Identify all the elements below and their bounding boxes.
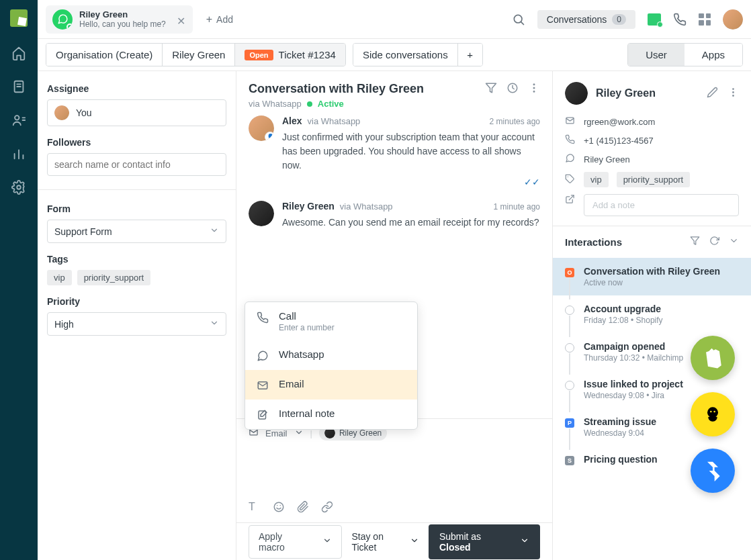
user-phone[interactable]: +1 (415)123-4567 [584,136,654,146]
footer-actions: Apply macro Stay on Ticket Submit as Clo… [236,522,552,560]
email-icon [565,115,576,128]
user-name: Riley Green [596,87,656,99]
channel-internal-note[interactable]: Internal note [245,400,417,429]
whatsapp-avatar-icon [52,9,73,30]
tab-contact-name: Riley Green [79,9,166,20]
text-format-icon[interactable]: T [249,501,261,513]
user-tag-priority[interactable]: priority_support [617,172,691,187]
chevron-down-icon [410,536,419,547]
svg-point-24 [733,91,734,92]
chevron-down-icon [210,226,219,237]
message-avatar: 👤 [249,115,274,141]
svg-point-25 [733,95,734,95]
toggle-user[interactable]: User [628,44,684,66]
svg-point-16 [533,91,535,93]
assignee-field[interactable]: You [47,99,226,126]
user-email[interactable]: rgreen@work.com [584,117,655,127]
tag-priority-support[interactable]: priority_support [77,270,151,285]
filter-icon[interactable] [485,82,497,94]
nav-docs-icon[interactable] [11,79,26,94]
add-tab-button[interactable]: + Add [198,8,241,31]
pending-marker-icon: P [565,418,574,428]
emoji-icon[interactable] [273,501,285,513]
conversation-title: Conversation with Riley Green [249,82,424,96]
email-icon [256,379,269,391]
priority-select[interactable]: High [47,312,226,336]
link-icon[interactable] [321,501,333,513]
edit-icon[interactable] [707,87,718,101]
history-icon[interactable] [506,82,519,94]
tag-vip[interactable]: vip [47,270,72,285]
add-side-conversation[interactable]: + [458,44,482,66]
nav-home-icon[interactable] [11,46,26,60]
stay-on-ticket-select[interactable]: Stay on Ticket [351,531,418,553]
interaction-item[interactable]: O Conversation with Riley GreenActive no… [553,258,751,295]
svg-point-14 [533,84,535,85]
event-marker-icon [565,381,574,390]
phone-icon[interactable] [673,13,687,26]
user-tag-vip[interactable]: vip [584,172,609,187]
form-select[interactable]: Support Form [47,220,226,243]
followers-input[interactable] [54,159,219,170]
toggle-apps[interactable]: Apps [684,44,742,66]
add-note-field[interactable]: Add a note [584,194,739,216]
conversations-pill[interactable]: Conversations 0 [537,10,635,29]
more-icon[interactable] [528,82,540,94]
svg-marker-29 [691,237,699,244]
interactions-label: Interactions [565,236,622,248]
search-icon[interactable] [512,13,525,26]
interaction-item[interactable]: Account upgradeFriday 12:08 • Shopify [553,295,751,333]
nav-settings-icon[interactable] [11,180,26,195]
note-icon [256,409,269,421]
user-whatsapp[interactable]: Riley Green [584,154,630,165]
chevron-down-icon[interactable] [729,236,739,248]
channel-whatsapp[interactable]: Whatsapp [245,340,417,370]
mailchimp-fab[interactable] [691,392,735,436]
composer: Email | Riley Green T [236,418,552,522]
nav-users-icon[interactable] [11,113,26,128]
tab-organisation[interactable]: Organisation (Create) [46,44,163,66]
assignee-avatar [54,105,69,120]
conversations-count: 0 [612,14,626,25]
apps-grid-icon[interactable] [699,13,711,26]
followers-field[interactable] [47,153,226,176]
channel-call[interactable]: CallEnter a number [245,302,417,340]
tab-person[interactable]: Riley Green [163,44,235,66]
chevron-down-icon [210,318,219,330]
svg-point-20 [274,502,283,512]
close-tab-icon[interactable]: ✕ [177,15,186,24]
filter-icon[interactable] [690,236,700,248]
tab-side-conversations[interactable]: Side conversations [353,44,458,66]
priority-label: Priority [47,296,226,307]
tags-label: Tags [47,254,226,265]
svg-point-15 [533,87,535,89]
open-badge: Open [245,50,273,60]
attachment-icon[interactable] [297,501,309,513]
message-item: 👤 Alex via Whatsapp 2 minutes ago Just c… [249,115,540,187]
nav-reports-icon[interactable] [11,146,26,161]
more-icon[interactable] [727,87,739,101]
svg-point-32 [713,411,715,413]
channel-email[interactable]: Email [245,370,417,400]
active-tab-chip[interactable]: Riley Green Hello, can you help me? ✕ [46,5,193,34]
ticket-properties-pane: Assignee You Followers Form Su [38,71,236,560]
submit-button[interactable]: Submit as Closed [429,524,540,559]
channel-picker-menu: CallEnter a number Whatsapp Email Intern… [245,301,418,430]
tab-ticket[interactable]: Open Ticket #1234 [235,44,345,66]
event-marker-icon [565,343,574,353]
svg-line-11 [521,21,524,24]
conversation-via: via Whatsapp [249,99,302,109]
jira-fab[interactable] [691,449,735,493]
refresh-icon[interactable] [709,236,719,248]
assignee-label: Assignee [47,83,226,94]
apply-macro-button[interactable]: Apply macro [249,525,342,559]
tab-preview-text: Hello, can you help me? [79,19,166,29]
shopify-fab[interactable] [691,336,735,380]
followers-label: Followers [47,137,226,148]
current-user-avatar[interactable] [723,9,743,30]
svg-line-28 [569,195,574,200]
chat-status-icon[interactable] [648,13,661,26]
solved-marker-icon: S [565,456,574,465]
whatsapp-icon [565,153,576,165]
plus-icon: + [206,13,212,26]
